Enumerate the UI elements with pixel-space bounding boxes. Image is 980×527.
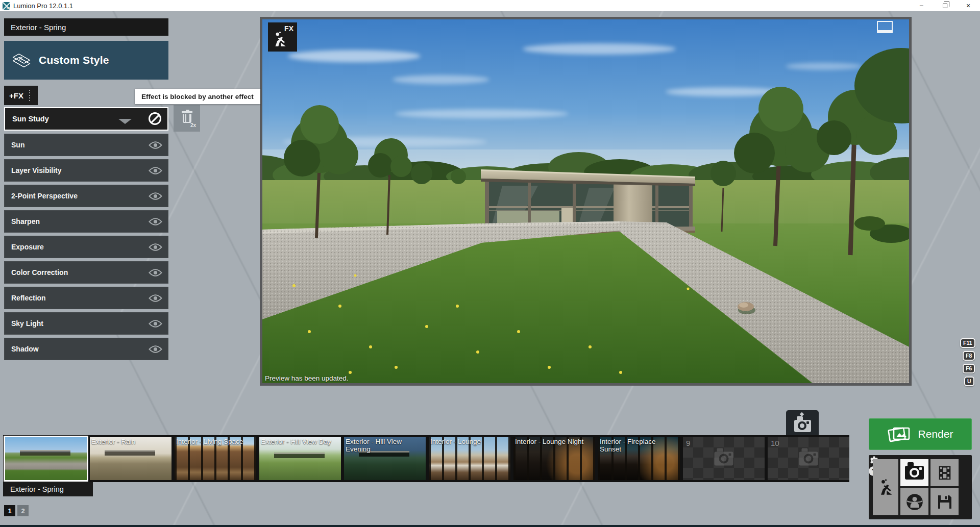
effect-label: 2-Point Perspective <box>11 192 78 200</box>
fullscreen-icon[interactable] <box>877 21 893 33</box>
kebab-menu-icon[interactable] <box>29 90 31 102</box>
clip-name-label: Exterior - Spring <box>11 23 66 32</box>
build-mode-button[interactable] <box>873 459 898 515</box>
eye-icon[interactable] <box>149 192 162 200</box>
panorama-person-icon <box>905 493 924 511</box>
eye-icon[interactable] <box>149 217 162 226</box>
restore-icon <box>943 4 947 8</box>
style-layers-icon <box>13 53 31 68</box>
camera-icon <box>715 452 733 466</box>
eye-icon[interactable] <box>149 243 162 252</box>
window-titlebar: 12 Lumion Pro 12.0.1.1 − × <box>0 0 980 11</box>
eye-icon[interactable] <box>149 319 162 328</box>
thumbnail-exterior-hill-view-day[interactable]: Exterior - Hill View Day <box>259 437 341 480</box>
effect-row-exposure[interactable]: Exposure <box>4 236 168 258</box>
app-background: Exterior - Spring Custom Style +FX Effec… <box>0 11 980 527</box>
selected-photo-label: Exterior - Spring <box>3 482 93 496</box>
render-button-label: Render <box>918 428 953 440</box>
effect-label: Color Correction <box>11 268 68 277</box>
effect-label: Sun Study <box>12 115 49 123</box>
effect-row-color-correction[interactable]: Color Correction <box>4 261 168 284</box>
add-effect-button[interactable]: +FX <box>4 86 38 105</box>
effect-row-2-point-perspective[interactable]: 2-Point Perspective <box>4 185 168 207</box>
camera-icon <box>799 452 818 466</box>
effect-row-shadow[interactable]: Shadow <box>4 338 168 360</box>
blocked-icon <box>149 112 161 125</box>
eye-icon[interactable] <box>149 268 162 277</box>
shortcut-badge-f11: F11 <box>960 338 975 348</box>
app-logo-text: 12 <box>6 7 10 10</box>
mode-panel: ? <box>869 455 972 519</box>
build-mode-worker-icon <box>876 478 895 496</box>
viewport-fx-button[interactable]: FX <box>268 22 297 52</box>
camera-icon <box>905 466 924 480</box>
eye-icon[interactable] <box>149 141 162 149</box>
thumbnail-exterior-hill-view-evening[interactable]: Exterior - Hill View Evening <box>344 437 426 480</box>
thumbnail-overlay-label: Interior - Fireplace Sunset <box>600 438 677 453</box>
page-button-1[interactable]: 1 <box>4 505 15 516</box>
chevron-down-icon[interactable] <box>118 119 132 124</box>
minimize-button[interactable]: − <box>910 0 933 11</box>
save-floppy-icon <box>937 494 953 510</box>
thumbnail-exterior-spring[interactable] <box>5 437 87 480</box>
viewport-scene[interactable]: FX Preview has been updated. <box>262 19 909 383</box>
effect-label: Layer Visibility <box>11 166 62 174</box>
effect-label: Sun <box>11 141 24 149</box>
effect-row-layer-visibility[interactable]: Layer Visibility <box>4 159 168 182</box>
thumbnail-slot-9[interactable]: 9 <box>683 437 765 480</box>
movie-mode-button[interactable] <box>930 459 959 486</box>
build-mode-worker-icon <box>271 31 288 48</box>
bottom-edge-bar <box>0 525 980 527</box>
add-effect-label: +FX <box>9 91 23 100</box>
eye-icon[interactable] <box>149 345 162 354</box>
effect-label: Reflection <box>11 294 46 302</box>
thumbnail-exterior-rain[interactable]: Exterior - Rain <box>90 437 172 480</box>
save-mode-button[interactable] <box>930 488 959 515</box>
thumbnail-overlay-label: Interior - Lounge Night <box>515 438 583 445</box>
panorama-mode-button[interactable] <box>900 488 928 515</box>
effect-row-sharpen[interactable]: Sharpen <box>4 210 168 233</box>
effect-label: Shadow <box>11 345 39 353</box>
effect-row-sky-light[interactable]: Sky Light <box>4 312 168 335</box>
close-button[interactable]: × <box>957 0 980 11</box>
thumbnail-overlay-label: Exterior - Hill View Evening <box>346 438 423 453</box>
photos-icon <box>888 424 911 444</box>
render-preview <box>262 19 909 383</box>
render-button[interactable]: Render <box>869 418 972 450</box>
thumbnail-slot-10[interactable]: 10 <box>768 437 849 480</box>
effect-label: Sky Light <box>11 319 43 328</box>
shortcut-badge-f8: F8 <box>963 351 975 361</box>
trash-icon <box>183 114 191 123</box>
take-photo-button[interactable] <box>786 410 819 435</box>
thumbnail-interior-living-space[interactable]: Interior - Living Space <box>175 437 256 480</box>
thumbnail-overlay-label: Interior - Living Space <box>176 438 243 445</box>
custom-style-button[interactable]: Custom Style <box>4 41 168 80</box>
eye-icon[interactable] <box>149 166 162 175</box>
page-button-2[interactable]: 2 <box>17 505 29 516</box>
camera-icon <box>794 420 811 432</box>
film-strip-icon <box>936 465 953 481</box>
thumbnail-interior-lounge-night[interactable]: Interior - Lounge Night <box>513 437 595 480</box>
clip-name-header: Exterior - Spring <box>4 18 168 36</box>
thumbnail-interior-fireplace-sunset[interactable]: Interior - Fireplace Sunset <box>598 437 680 480</box>
effect-row-reflection[interactable]: Reflection <box>4 287 168 309</box>
slot-number: 9 <box>686 439 690 447</box>
thumbnail-interior-lounge[interactable]: Interior - Lounge <box>429 437 510 480</box>
shortcut-badge-u: U <box>964 377 974 386</box>
effect-label: Sharpen <box>11 217 40 225</box>
photo-mode-button[interactable] <box>900 459 928 486</box>
thumbnail-overlay-label: Exterior - Rain <box>91 438 135 445</box>
effect-row-sun-study[interactable]: Sun Study <box>4 107 168 131</box>
effect-row-sun[interactable]: Sun <box>4 134 168 156</box>
eye-icon[interactable] <box>149 294 162 303</box>
shortcut-badge-f6: F6 <box>963 364 975 373</box>
viewport-frame: FX Preview has been updated. <box>260 17 912 386</box>
restore-button[interactable] <box>933 0 957 11</box>
window-title: Lumion Pro 12.0.1.1 <box>13 2 73 10</box>
blocked-effect-tooltip: Effect is blocked by another effect <box>135 89 260 104</box>
delete-effect-button[interactable]: 2x <box>174 105 200 132</box>
preview-status-text: Preview has been updated. <box>265 374 349 382</box>
app-logo-icon: 12 <box>3 2 10 10</box>
custom-style-label: Custom Style <box>39 54 109 66</box>
thumbnail-overlay-label: Exterior - Hill View Day <box>261 438 331 445</box>
